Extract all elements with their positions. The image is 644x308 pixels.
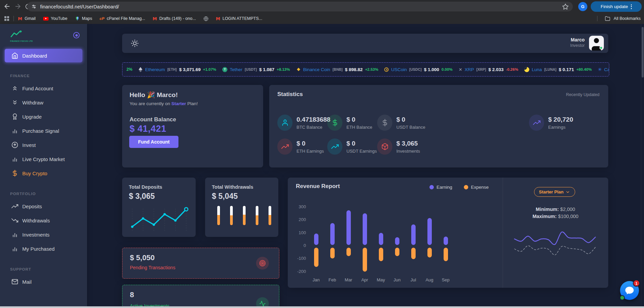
bookmark-item[interactable]: MGmail <box>18 16 36 21</box>
bookmark-item[interactable]: Maps <box>75 16 92 21</box>
pending-transactions-label: Pending Transactions <box>130 265 175 270</box>
divider <box>503 178 503 288</box>
coin-symbol: [XRP] <box>476 67 486 71</box>
coin-price: $ 3,071.69 <box>179 67 201 72</box>
ticker-coin-cardano[interactable]: ✳Cardano <box>598 67 609 72</box>
coin-symbol: [ETH] <box>167 67 177 71</box>
trending-up-icon <box>327 138 342 155</box>
divider <box>13 16 14 21</box>
deposits-sparkline <box>128 207 190 236</box>
account-balance-value: $ 41,421 <box>130 124 166 134</box>
bookmark-item[interactable]: MLOGIN ATTEMPTS... <box>216 16 262 21</box>
coin-change: 0.00% <box>442 67 453 71</box>
sidebar-section-support: SUPPORT <box>10 267 87 271</box>
stat-value: $ 0 <box>346 140 377 147</box>
stat-label: USDT Earnings <box>346 149 377 154</box>
ticker-coin-tether[interactable]: TTether[USDT]$ 1.087+8.13% <box>222 67 290 72</box>
bookmark-item[interactable]: MDrafts (149) - ono... <box>152 16 196 21</box>
coin-change: +8.13% <box>277 67 290 71</box>
theme-toggle-sun-icon[interactable] <box>131 39 139 47</box>
bookmark-item[interactable] <box>203 16 208 21</box>
box-icon <box>377 138 392 155</box>
url-text[interactable]: financefocusltd.net/UserDashboard/ <box>40 4 562 9</box>
plan-performance-wave <box>513 221 597 263</box>
bookmark-label: Gmail <box>25 16 36 21</box>
bookmark-label: Maps <box>82 16 92 21</box>
revenue-bar-earning <box>411 224 416 245</box>
sidebar-toggle-icon[interactable] <box>73 32 80 38</box>
revenue-bar-expense <box>363 248 367 272</box>
back-icon[interactable] <box>3 3 11 10</box>
ticker-coin-ethereum[interactable]: Ethereum[ETH]$ 3,071.69+1.07% <box>138 67 216 72</box>
ticker-coin-uscoin[interactable]: $USCoin[USDC]$ 1.0000.00% <box>384 67 452 72</box>
dartboard-icon <box>256 257 269 270</box>
user-info[interactable]: Marco Investor <box>570 37 585 48</box>
sidebar-item-buy-crypto[interactable]: Buy Crypto <box>0 166 87 180</box>
month-label: Jun <box>390 277 404 282</box>
plan-dropdown[interactable]: Starter Plan <box>534 187 575 197</box>
all-bookmarks[interactable]: All Bookmarks <box>593 13 641 24</box>
sidebar-item-withdraw[interactable]: Withdraw <box>0 95 87 110</box>
month-label: Jul <box>406 277 421 282</box>
stat-eth-earnings: $ 0 ETH Earnings <box>277 138 324 155</box>
finish-update-button[interactable]: Finish update <box>591 1 642 12</box>
coin-symbol: [LUNA] <box>544 67 556 71</box>
sidebar-item-mail[interactable]: Mail <box>0 275 87 289</box>
chat-widget-button[interactable]: 1 <box>620 281 639 300</box>
browser-menu-icon[interactable] <box>631 4 632 9</box>
y-axis-tick: -200 <box>291 269 306 274</box>
sidebar-item-upgrade[interactable]: Upgrade <box>0 110 87 124</box>
url-bar[interactable]: financefocusltd.net/UserDashboard/ <box>27 2 573 11</box>
ticker-coin-xrp[interactable]: ✕XRP[XRP]$ 2.033-0.26% <box>458 67 518 72</box>
bookmark-item[interactable]: cPcPanel File Manag... <box>100 16 145 21</box>
brand-logo[interactable]: FINANCE FOCUS LTD <box>10 30 33 42</box>
coin-change: +1.07% <box>203 67 216 71</box>
ticker-coin-binance-coin[interactable]: Binance Coin[BNB]$ 898.82+2.53% <box>296 67 379 72</box>
sidebar-item-fund-account[interactable]: Fund Account <box>0 81 87 95</box>
active-investments-card: 8 Active Investments <box>122 285 279 308</box>
maps-pin-icon <box>75 16 80 21</box>
sidebar-item-investments[interactable]: Investments <box>0 227 87 242</box>
revenue-bar-expense <box>395 248 399 256</box>
browser-profile-avatar[interactable]: G <box>578 2 587 11</box>
apps-grid-icon[interactable] <box>4 16 9 21</box>
sidebar-item-my-purchased[interactable]: My Purchased <box>0 242 87 256</box>
greeting-text: Hello 🎉 Marco! <box>130 91 178 99</box>
sidebar-item-label: Investments <box>22 232 50 238</box>
fund-account-button[interactable]: Fund Account <box>129 136 178 148</box>
chat-bubble-icon <box>624 285 635 296</box>
sidebar-item-purchase-signal[interactable]: Purchase Signal <box>0 124 87 138</box>
plan-dropdown-label: Starter Plan <box>539 189 564 194</box>
revenue-plot: 3002001000-100-200JanFebMarAprMayJunJulA… <box>288 178 503 288</box>
sidebar-item-dashboard[interactable]: Dashboard <box>5 49 82 62</box>
bookmark-star-icon[interactable] <box>562 3 569 10</box>
plan-name-link[interactable]: Starter <box>171 101 186 106</box>
user-avatar[interactable] <box>589 36 604 51</box>
revenue-bar-earning <box>330 223 335 245</box>
sidebar-item-label: Invest <box>22 142 36 148</box>
coin-price: $ 1.087 <box>259 67 274 72</box>
sidebar-item-invest[interactable]: Invest <box>0 138 87 152</box>
sidebar-item-deposits[interactable]: Deposits <box>0 199 87 213</box>
forward-icon[interactable] <box>14 3 22 10</box>
online-status-dot <box>599 46 603 50</box>
cpanel-icon: cP <box>100 17 104 21</box>
sidebar-section-portfolio: PORTFOLIO <box>10 192 87 196</box>
chevron-down-icon <box>565 190 570 194</box>
withdrawal-bar <box>230 206 233 225</box>
trending-down-icon <box>11 217 18 224</box>
site-settings-icon[interactable] <box>31 4 37 9</box>
browser-toolbar: financefocusltd.net/UserDashboard/ G Fin… <box>0 0 644 13</box>
scrollbar-thumb[interactable] <box>642 27 644 78</box>
stat-value: 0.47183688 <box>297 116 330 123</box>
month-label: Sep <box>438 277 453 282</box>
sidebar-item-live-crypto-market[interactable]: Live Crypto Market <box>0 152 87 166</box>
award-icon <box>11 113 18 120</box>
divider <box>597 16 597 21</box>
revenue-bar-expense <box>346 248 351 256</box>
bottom-scrollbar[interactable] <box>0 306 644 308</box>
plan-status-text: You are currently on Starter Plan! <box>130 101 198 106</box>
sidebar-item-withdrawals[interactable]: Withdrawals <box>0 213 87 227</box>
bookmark-item[interactable]: YouTube <box>43 16 67 21</box>
ticker-coin-luna[interactable]: Luna[LUNA]$ 0.171+80.40% <box>524 67 592 72</box>
